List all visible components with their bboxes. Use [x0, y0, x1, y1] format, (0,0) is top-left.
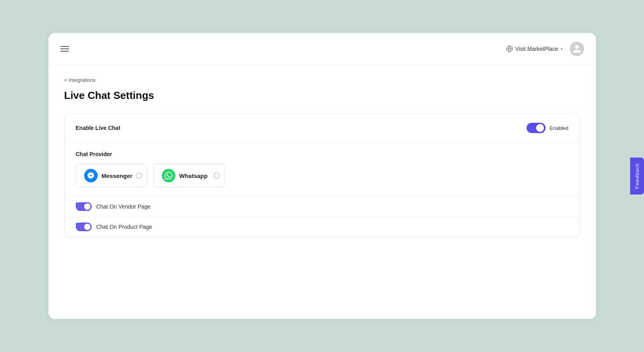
messenger-radio[interactable]: [136, 172, 142, 179]
chevron-down-icon: ▾: [561, 47, 563, 51]
chat-on-product-page-row: Chat On Product Page: [65, 217, 580, 237]
messenger-icon: [84, 169, 98, 182]
user-icon: [572, 44, 582, 54]
header: Visit MarketPlace ▾: [48, 33, 596, 65]
visit-marketplace-label: Visit MarketPlace: [515, 46, 558, 52]
breadcrumb[interactable]: Integrations: [64, 77, 580, 83]
enable-live-chat-toggle[interactable]: [527, 123, 546, 133]
globe-icon: [506, 45, 513, 52]
provider-options: Messenger Whatsapp: [76, 164, 569, 188]
header-right: Visit MarketPlace ▾: [506, 42, 584, 56]
main-card: Visit MarketPlace ▾ Integrations Live Ch…: [48, 33, 596, 319]
whatsapp-name: Whatsapp: [179, 172, 208, 179]
chat-vendor-toggle[interactable]: [76, 202, 92, 211]
chat-product-label: Chat On Product Page: [96, 224, 152, 230]
settings-card: Enable Live Chat Enabled Chat Provider: [64, 114, 580, 237]
messenger-name: Messenger: [102, 172, 133, 179]
feedback-button[interactable]: Feedback: [630, 157, 644, 194]
whatsapp-svg: [165, 172, 173, 180]
chat-product-toggle[interactable]: [76, 222, 92, 231]
toggle-status-label: Enabled: [550, 125, 569, 131]
provider-card-whatsapp[interactable]: Whatsapp: [154, 164, 225, 188]
page-title: Live Chat Settings: [64, 89, 580, 102]
provider-card-messenger[interactable]: Messenger: [76, 164, 147, 188]
page-content: Integrations Live Chat Settings Enable L…: [48, 65, 596, 249]
chat-on-vendor-page-row: Chat On Vendor Page: [65, 197, 580, 217]
visit-marketplace-button[interactable]: Visit MarketPlace ▾: [506, 45, 563, 52]
enable-live-chat-toggle-wrapper: Enabled: [527, 123, 569, 133]
messenger-svg: [87, 172, 95, 180]
chat-vendor-label: Chat On Vendor Page: [96, 203, 151, 210]
chat-provider-label: Chat Provider: [76, 151, 569, 157]
enable-live-chat-row: Enable Live Chat Enabled: [65, 114, 580, 142]
enable-live-chat-label: Enable Live Chat: [76, 125, 121, 131]
whatsapp-icon: [162, 169, 175, 182]
hamburger-menu-button[interactable]: [60, 46, 69, 52]
user-avatar[interactable]: [570, 42, 584, 56]
whatsapp-radio[interactable]: [213, 172, 220, 179]
chat-provider-section: Chat Provider Messenger: [65, 142, 580, 197]
